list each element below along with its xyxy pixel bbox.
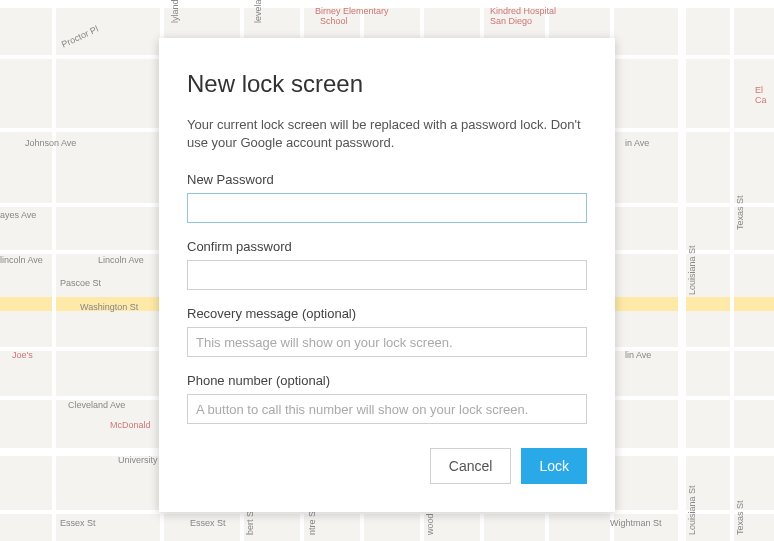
phone-number-label: Phone number (optional): [187, 373, 587, 388]
map-poi-label: San Diego: [490, 16, 532, 26]
map-poi-label: El Ca: [755, 85, 774, 105]
dialog-title: New lock screen: [187, 70, 587, 98]
map-street-label: lincoln Ave: [0, 255, 43, 265]
map-street-label: ayes Ave: [0, 210, 36, 220]
map-poi-label: Birney Elementary: [315, 6, 389, 16]
map-street-label: lin Ave: [625, 350, 651, 360]
map-road: [730, 0, 734, 541]
map-street-label: Washington St: [80, 302, 138, 312]
map-street-label: University: [118, 455, 158, 465]
new-password-label: New Password: [187, 172, 587, 187]
map-street-label: Pascoe St: [60, 278, 101, 288]
map-poi-label: Joe's: [12, 350, 33, 360]
map-street-label: ntre St: [307, 508, 317, 535]
map-street-label: Lincoln Ave: [98, 255, 144, 265]
map-road: [52, 0, 56, 541]
lock-button[interactable]: Lock: [521, 448, 587, 484]
recovery-message-label: Recovery message (optional): [187, 306, 587, 321]
phone-number-input[interactable]: [187, 394, 587, 424]
dialog-description: Your current lock screen will be replace…: [187, 116, 587, 152]
new-password-input[interactable]: [187, 193, 587, 223]
recovery-message-input[interactable]: [187, 327, 587, 357]
map-street-label: Johnson Ave: [25, 138, 76, 148]
map-street-label: leveland Ave: [253, 0, 263, 23]
map-street-label: Cleveland Ave: [68, 400, 125, 410]
map-street-label: bert St: [245, 508, 255, 535]
cancel-button[interactable]: Cancel: [430, 448, 512, 484]
confirm-password-group: Confirm password: [187, 239, 587, 290]
map-street-label: Texas St: [735, 500, 745, 535]
map-street-label: in Ave: [625, 138, 649, 148]
map-street-label: Essex St: [190, 518, 226, 528]
confirm-password-label: Confirm password: [187, 239, 587, 254]
new-password-group: New Password: [187, 172, 587, 223]
dialog-actions: Cancel Lock: [187, 448, 587, 484]
map-poi-label: Kindred Hospital: [490, 6, 556, 16]
map-street-label: Texas St: [735, 195, 745, 230]
map-street-label: Essex St: [60, 518, 96, 528]
map-street-label: lyland Ave: [170, 0, 180, 23]
lock-screen-dialog: New lock screen Your current lock screen…: [159, 38, 615, 512]
map-poi-label: McDonald: [110, 420, 151, 430]
map-street-label: Wightman St: [610, 518, 662, 528]
map-street-label: Louisiana St: [687, 245, 697, 295]
recovery-message-group: Recovery message (optional): [187, 306, 587, 357]
map-street-label: Proctor Pl: [60, 24, 100, 50]
map-poi-label: School: [320, 16, 348, 26]
confirm-password-input[interactable]: [187, 260, 587, 290]
map-road: [678, 0, 686, 541]
map-street-label: Louisiana St: [687, 485, 697, 535]
phone-number-group: Phone number (optional): [187, 373, 587, 424]
